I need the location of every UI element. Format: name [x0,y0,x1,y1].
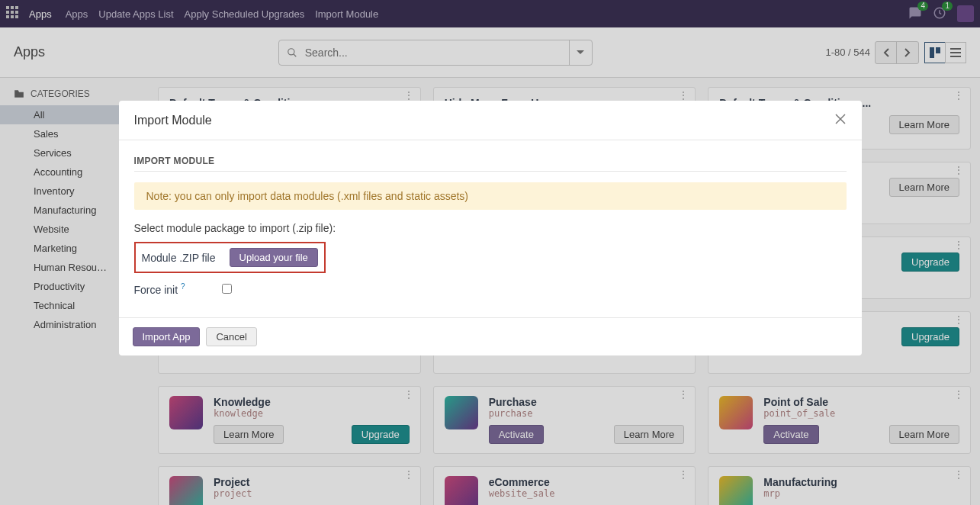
modal-overlay[interactable]: Import Module IMPORT MODULE Note: you ca… [0,0,980,505]
import-app-button[interactable]: Import App [133,327,201,346]
upload-file-button[interactable]: Upload your file [230,248,318,267]
force-init-checkbox[interactable] [222,284,232,294]
zip-file-label: Module .ZIP file [142,252,216,264]
modal-title: Import Module [134,114,212,127]
upload-row-highlight: Module .ZIP file Upload your file [134,242,326,273]
warning-note: Note: you can only import data modules (… [134,182,847,210]
help-icon[interactable]: ? [181,282,185,291]
force-init-label: Force init [134,284,178,296]
instruction-text: Select module package to import (.zip fi… [134,222,847,234]
close-icon[interactable] [834,113,847,127]
cancel-button[interactable]: Cancel [206,327,256,346]
section-header: IMPORT MODULE [134,156,847,172]
import-module-dialog: Import Module IMPORT MODULE Note: you ca… [119,101,862,355]
